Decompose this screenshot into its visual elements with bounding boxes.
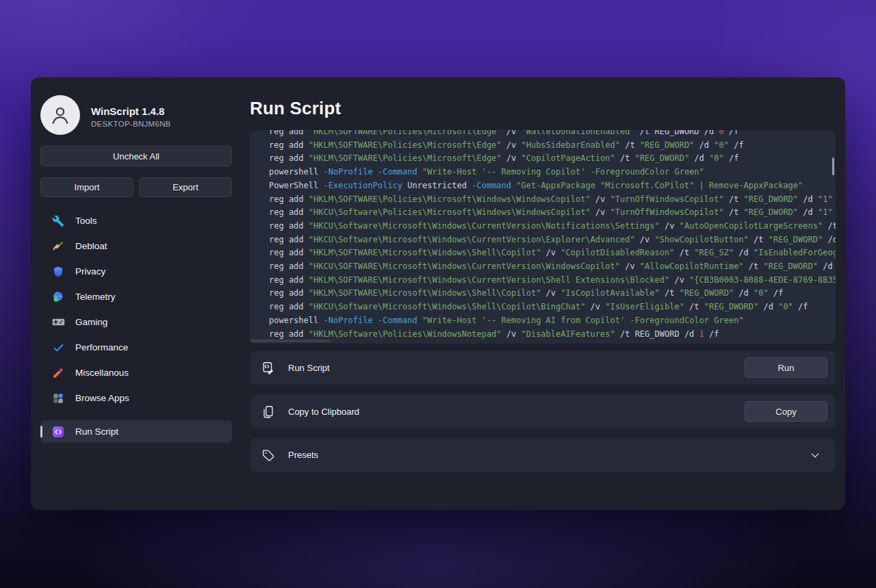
shield-icon (51, 265, 65, 279)
run-script-row-label: Run Script (288, 363, 330, 373)
code-line: reg add "HKLM\SOFTWARE\Microsoft\Windows… (269, 274, 836, 287)
run-script-row: Run Script Run (250, 351, 836, 385)
vertical-scrollbar[interactable] (832, 157, 834, 175)
code-line: reg add "HKLM\SOFTWARE\Microsoft\Windows… (269, 287, 836, 301)
sidebar-item-label: Telemetry (75, 292, 116, 302)
sidebar-item-label: Tools (75, 216, 97, 226)
broom-icon (51, 240, 65, 253)
sidebar-item-tools[interactable]: Tools (40, 208, 232, 233)
person-icon (49, 103, 72, 127)
sidebar-item-privacy[interactable]: Privacy (40, 259, 232, 284)
sidebar-item-gaming[interactable]: Gaming (40, 309, 232, 335)
presets-row[interactable]: Presets (250, 438, 836, 472)
code-line: reg add "HKCU\Software\Microsoft\Windows… (269, 233, 836, 247)
globe-icon (51, 290, 65, 304)
wrench-icon (51, 214, 65, 228)
code-line: reg add "HKCU\Software\Microsoft\Windows… (269, 220, 836, 233)
code-line: reg add "HKLM\SOFTWARE\Microsoft\Windows… (269, 246, 836, 260)
horizontal-scrollbar[interactable] (250, 340, 331, 342)
apps-grid-icon (51, 392, 65, 405)
script-code-editor[interactable]: reg add "HKLM\SOFTWARE\Policies\Microsof… (250, 130, 836, 344)
import-button[interactable]: Import (40, 177, 133, 197)
copy-to-clipboard-row: Copy to Clipboard Copy (250, 395, 836, 429)
script-pen-icon (260, 360, 276, 376)
chevron-down-icon[interactable] (810, 450, 821, 461)
copy-button[interactable]: Copy (745, 401, 827, 422)
export-button[interactable]: Export (139, 177, 232, 197)
sidebar-item-performance[interactable]: Performance (40, 335, 232, 360)
sidebar-item-browse-apps[interactable]: Browse Apps (40, 385, 232, 411)
sidebar-item-label: Browse Apps (75, 393, 129, 403)
sidebar-nav: Tools Debloat Privacy (40, 208, 232, 443)
checkmark-icon (51, 341, 65, 355)
presets-row-label: Presets (288, 450, 318, 460)
code-line: reg add "HKCU\SOFTWARE\Microsoft\Windows… (269, 260, 836, 274)
code-line: reg add "HKCU\Software\Policies\Microsof… (269, 206, 836, 220)
sidebar-item-label: Privacy (75, 266, 105, 277)
app-title: WinScript 1.4.8 (91, 105, 164, 117)
tag-icon (260, 447, 276, 463)
code-line: reg add "HKLM\SOFTWARE\Policies\Microsof… (269, 130, 836, 139)
sidebar-item-debloat[interactable]: Debloat (40, 233, 232, 259)
copy-icon (260, 404, 276, 420)
uncheck-all-button[interactable]: Uncheck All (40, 146, 232, 166)
code-line: powershell -NoProfile -Command "Write-Ho… (269, 314, 836, 328)
selected-indicator (40, 426, 42, 437)
code-line: reg add "HKCU\Software\Microsoft\Windows… (269, 301, 836, 314)
code-line: PowerShell -ExecutionPolicy Unrestricted… (269, 179, 836, 193)
gamepad-icon (51, 316, 65, 329)
code-icon (51, 425, 65, 439)
code-line: powershell -NoProfile -Command "Write-Ho… (269, 166, 836, 179)
run-button[interactable]: Run (745, 357, 827, 378)
pencil-icon (51, 366, 65, 380)
code-line: reg add "HKLM\SOFTWARE\Policies\Microsof… (269, 152, 836, 166)
sidebar-item-label: Debloat (75, 241, 107, 251)
sidebar-item-miscellanous[interactable]: Miscellanous (40, 360, 232, 385)
sidebar-item-label: Run Script (75, 426, 118, 437)
code-line: reg add "HKLM\Software\Policies\WindowsN… (269, 328, 836, 342)
code-line: reg add "HKLM\SOFTWARE\Policies\Microsof… (269, 139, 836, 153)
sidebar-item-label: Miscellanous (75, 368, 129, 378)
code-line: reg add "HKLM\SOFTWARE\Policies\Microsof… (269, 193, 836, 207)
sidebar-item-telemetry[interactable]: Telemetry (40, 284, 232, 309)
copy-row-label: Copy to Clipboard (288, 407, 359, 417)
avatar (40, 95, 80, 135)
app-window: WinScript 1.4.8 DESKTOP-BNJM6NB Uncheck … (31, 77, 845, 510)
sidebar-item-label: Performance (75, 342, 128, 353)
device-name: DESKTOP-BNJM6NB (91, 120, 171, 128)
code-lines: reg add "HKLM\SOFTWARE\Policies\Microsof… (250, 130, 836, 341)
sidebar-item-run-script[interactable]: Run Script (40, 420, 232, 443)
sidebar-item-label: Gaming (75, 317, 107, 327)
page-title: Run Script (250, 98, 341, 119)
